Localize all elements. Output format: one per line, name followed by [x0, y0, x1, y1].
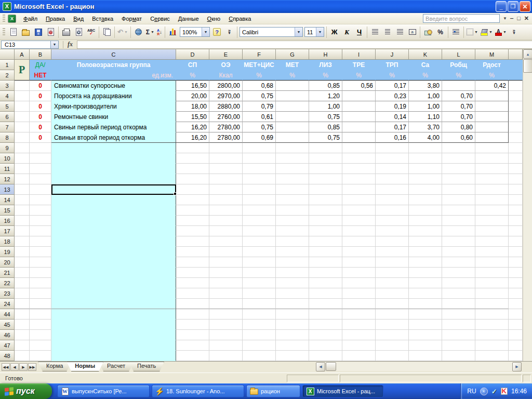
cell-C2[interactable]: ед.изм. [51, 70, 176, 81]
help-button[interactable]: ? [211, 26, 223, 38]
cell-L11[interactable] [442, 164, 475, 174]
cell-D12[interactable] [176, 174, 209, 184]
undo-button[interactable]: ↶▼ [116, 26, 129, 38]
cell-I5[interactable] [342, 101, 376, 112]
row-header-7[interactable]: 7 [0, 122, 15, 132]
cell-K21[interactable] [409, 268, 442, 278]
cell-H10[interactable] [309, 153, 342, 164]
cell-J14[interactable] [376, 195, 409, 205]
cell-K47[interactable] [409, 340, 442, 351]
cell-I18[interactable] [342, 236, 376, 247]
cell-E13[interactable] [209, 184, 243, 195]
kaspersky-icon[interactable]: K [501, 388, 508, 395]
cell-L18[interactable] [442, 236, 475, 247]
cell-D13[interactable] [176, 184, 209, 195]
scroll-right-icon[interactable]: ▶ [512, 362, 522, 371]
cell-D7[interactable]: 16,20 [176, 122, 209, 132]
menu-сервис[interactable]: Сервис [146, 14, 174, 23]
cell-F11[interactable] [243, 164, 276, 174]
cell-D45[interactable] [176, 320, 209, 330]
row-header-2[interactable]: 2 [0, 70, 15, 81]
toolbar-options-button[interactable]: »▼ [223, 26, 235, 38]
cell-K46[interactable] [409, 330, 442, 340]
cell-B11[interactable] [30, 164, 51, 174]
cell-A22[interactable] [15, 278, 30, 288]
cell-G24[interactable] [276, 299, 309, 309]
cell-M23[interactable] [475, 288, 509, 299]
cell-I16[interactable] [342, 216, 376, 226]
cell-M14[interactable] [475, 195, 509, 205]
cell-I23[interactable] [342, 288, 376, 299]
cell-partial-13[interactable] [509, 184, 523, 195]
cell-F18[interactable] [243, 236, 276, 247]
cell-A48[interactable] [15, 351, 30, 361]
cell-B15[interactable] [30, 205, 51, 216]
row-header-5[interactable]: 5 [0, 101, 15, 112]
cell-partial-9[interactable] [509, 143, 523, 153]
cell-G16[interactable] [276, 216, 309, 226]
spelling-button[interactable]: ABC✓ [85, 26, 97, 38]
cell-F48[interactable] [243, 351, 276, 361]
row-header-21[interactable]: 21 [0, 268, 15, 278]
cell-D18[interactable] [176, 236, 209, 247]
cell-D21[interactable] [176, 268, 209, 278]
cell-J1[interactable]: ТРП [376, 60, 409, 70]
row-header-19[interactable]: 19 [0, 247, 15, 257]
cell-partial-15[interactable] [509, 205, 523, 216]
column-header-A[interactable]: A [15, 49, 30, 60]
cell-I13[interactable] [342, 184, 376, 195]
cell-M16[interactable] [475, 216, 509, 226]
cell-E10[interactable] [209, 153, 243, 164]
column-header-G[interactable]: G [276, 49, 309, 60]
cell-C45[interactable] [51, 320, 176, 330]
cell-B22[interactable] [30, 278, 51, 288]
cell-partial-45[interactable] [509, 320, 523, 330]
row-header-8[interactable]: 8 [0, 132, 15, 143]
cell-F14[interactable] [243, 195, 276, 205]
cell-G46[interactable] [276, 330, 309, 340]
cell-L44[interactable] [442, 309, 475, 320]
align-left-button[interactable] [369, 26, 381, 38]
cell-K8[interactable]: 4,00 [409, 132, 442, 143]
task-button[interactable]: XMicrosoft Excel - рац... [302, 385, 383, 397]
cell-C7[interactable]: Свиньи первый период откорма [51, 122, 176, 132]
cell-C23[interactable] [51, 288, 176, 299]
cell-D23[interactable] [176, 288, 209, 299]
hyperlink-button[interactable] [132, 26, 144, 38]
cell-H24[interactable] [309, 299, 342, 309]
column-header-F[interactable]: F [243, 49, 276, 60]
cell-M6[interactable] [475, 112, 509, 122]
name-box-dropdown-icon[interactable]: ▼ [51, 41, 59, 49]
cell-C6[interactable]: Ремонтные свинки [51, 112, 176, 122]
sheet-tab-нормы[interactable]: Нормы [66, 362, 103, 371]
cell-C19[interactable] [51, 247, 176, 257]
cell-A24[interactable] [15, 299, 30, 309]
cell-G4[interactable] [276, 91, 309, 101]
cell-B23[interactable] [30, 288, 51, 299]
cell-partial-46[interactable] [509, 330, 523, 340]
cell-H14[interactable] [309, 195, 342, 205]
cell-A11[interactable] [15, 164, 30, 174]
cell-B24[interactable] [30, 299, 51, 309]
cell-C48[interactable] [51, 351, 176, 361]
menu-файл[interactable]: Файл [19, 14, 42, 23]
font-color-button[interactable]: А▼ [494, 26, 508, 38]
cell-J20[interactable] [376, 257, 409, 268]
cell-J8[interactable]: 0,16 [376, 132, 409, 143]
cell-E44[interactable] [209, 309, 243, 320]
cell-A7[interactable] [15, 122, 30, 132]
copy-button[interactable] [101, 26, 113, 38]
cell-L6[interactable]: 0,70 [442, 112, 475, 122]
cell-partial-14[interactable] [509, 195, 523, 205]
cell-J46[interactable] [376, 330, 409, 340]
cell-D48[interactable] [176, 351, 209, 361]
cell-G9[interactable] [276, 143, 309, 153]
cell-partial-12[interactable] [509, 174, 523, 184]
cell-partial-2[interactable] [509, 70, 523, 81]
row-header-44[interactable]: 44 [0, 309, 15, 320]
cell-C20[interactable] [51, 257, 176, 268]
cell-E2[interactable]: Ккал [209, 70, 243, 81]
cell-D10[interactable] [176, 153, 209, 164]
cell-D20[interactable] [176, 257, 209, 268]
cell-J5[interactable]: 0,19 [376, 101, 409, 112]
